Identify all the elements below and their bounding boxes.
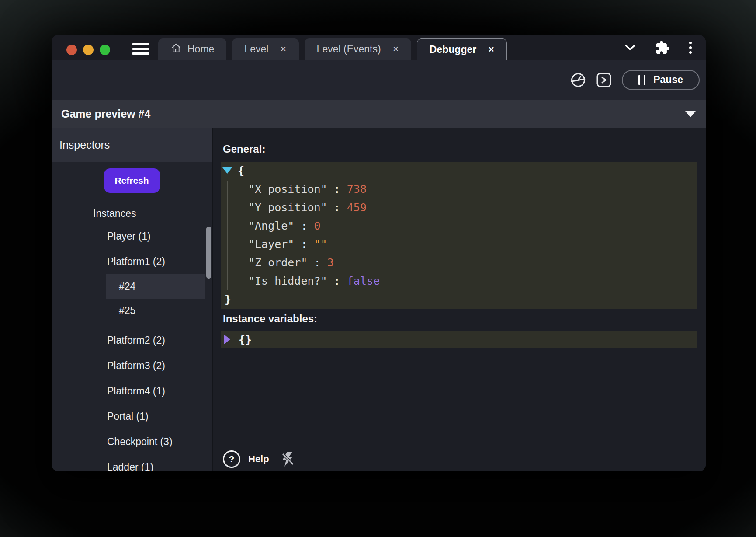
preview-selector[interactable]: Game preview #4 (52, 100, 706, 128)
tree-item[interactable]: Player (1) (52, 223, 212, 249)
bottom-actions: ? Help (223, 450, 295, 468)
extensions-puzzle-icon[interactable] (655, 40, 670, 55)
tree-item[interactable]: Platform1 (2) (52, 249, 212, 274)
help-button[interactable]: ? Help (223, 450, 269, 468)
question-mark-icon: ? (223, 450, 240, 468)
tab-home[interactable]: Home (158, 38, 226, 60)
inspectors-title: Inspectors (59, 139, 110, 151)
titlebar-right-actions (624, 35, 692, 60)
general-section-label: General: (223, 128, 706, 156)
pause-label: Pause (653, 74, 683, 86)
tree-item[interactable]: Platform4 (1) (52, 378, 212, 404)
tree-item[interactable]: Portal (1) (52, 404, 212, 429)
tree-item-label: Player (1) (107, 230, 151, 242)
json-entry: "Layer" : "" (221, 235, 697, 254)
sidebar-scrollbar-thumb[interactable] (206, 227, 211, 279)
close-icon[interactable]: ✕ (393, 45, 399, 54)
tree-item-label: #25 (119, 305, 135, 316)
general-json-view: {"X position" : 738"Y position" : 459"An… (221, 162, 697, 309)
tab-label: Level (Events) (317, 43, 381, 55)
close-icon[interactable]: ✕ (280, 45, 286, 54)
tree-item-label: #24 (119, 281, 135, 292)
refresh-button[interactable]: Refresh (104, 168, 160, 193)
tree-item-label: Platform4 (1) (107, 385, 165, 397)
debugger-toolbar: Pause (52, 60, 706, 100)
expand-arrow-icon[interactable] (224, 335, 230, 344)
tab-level[interactable]: Level✕ (232, 38, 298, 60)
traffic-lights (66, 45, 110, 55)
tree-item-label: Platform1 (2) (107, 256, 165, 267)
content-area: Inspectors Refresh Instances Player (1)P… (52, 128, 706, 471)
tree-item[interactable]: Ladder (1) (52, 454, 212, 471)
titlebar: HomeLevel✕Level (Events)✕Debugger✕ (52, 35, 706, 60)
tree-item[interactable]: Platform3 (2) (52, 353, 212, 378)
tree-item[interactable]: Platform2 (2) (52, 328, 212, 353)
tree-item-label: Portal (1) (107, 411, 149, 422)
tree-item-label: Checkpoint (3) (107, 436, 173, 447)
tree-item[interactable]: #25 (52, 299, 212, 322)
tree-item-label: Ladder (1) (107, 461, 153, 471)
general-json-lines: {"X position" : 738"Y position" : 459"An… (221, 162, 697, 309)
tree-item[interactable]: #24 (106, 274, 205, 299)
collapse-arrow-icon[interactable] (222, 167, 232, 174)
json-line: } (221, 290, 697, 309)
tree-item[interactable]: Checkpoint (3) (52, 429, 212, 454)
pause-button[interactable]: Pause (622, 70, 700, 90)
dropdown-caret-icon (685, 111, 696, 117)
json-entry: "Z order" : 3 (221, 254, 697, 272)
tab-debugger[interactable]: Debugger✕ (417, 38, 507, 60)
tree-item-label: Platform2 (2) (107, 335, 165, 346)
inspectors-sidebar: Inspectors Refresh Instances Player (1)P… (52, 128, 213, 471)
home-icon (170, 42, 182, 56)
json-entry: "X position" : 738 (221, 180, 697, 199)
main-menu-icon[interactable] (132, 43, 149, 55)
tab-label: Debugger (430, 44, 476, 56)
minimize-window-button[interactable] (83, 45, 94, 55)
close-window-button[interactable] (66, 45, 77, 55)
maximize-window-button[interactable] (100, 45, 110, 55)
indent-guide (227, 181, 228, 290)
json-entry: "Y position" : 459 (221, 199, 697, 217)
gdevelop-debugger-window: HomeLevel✕Level (Events)✕Debugger✕ (52, 35, 706, 471)
profiler-gauge-icon[interactable] (570, 72, 586, 88)
preview-selector-label: Game preview #4 (61, 108, 150, 120)
instances-label: Instances (52, 207, 212, 220)
close-icon[interactable]: ✕ (488, 45, 494, 54)
flash-off-icon[interactable] (281, 451, 295, 467)
instance-variables-json-view: {} (221, 331, 697, 348)
help-label: Help (248, 453, 269, 465)
instance-variables-label: Instance variables: (223, 312, 706, 325)
json-line: { (221, 162, 697, 180)
inspector-panel: General: {"X position" : 738"Y position"… (213, 128, 706, 471)
json-entry: "Angle" : 0 (221, 217, 697, 235)
json-entry: "Is hidden?" : false (221, 272, 697, 290)
tree-item-label: Platform3 (2) (107, 360, 165, 371)
instances-tree: Player (1)Platform1 (2)#24#25Platform2 (… (52, 223, 212, 471)
kebab-menu-icon[interactable] (689, 42, 692, 54)
console-icon[interactable] (596, 73, 611, 87)
tab-bar: HomeLevel✕Level (Events)✕Debugger✕ (158, 38, 507, 60)
pause-icon (638, 75, 645, 85)
chevron-down-icon[interactable] (624, 44, 636, 51)
tab-label: Level (244, 43, 268, 55)
tab-level-events[interactable]: Level (Events)✕ (305, 38, 411, 60)
tab-label: Home (187, 43, 214, 55)
inspectors-header: Inspectors (52, 128, 212, 162)
